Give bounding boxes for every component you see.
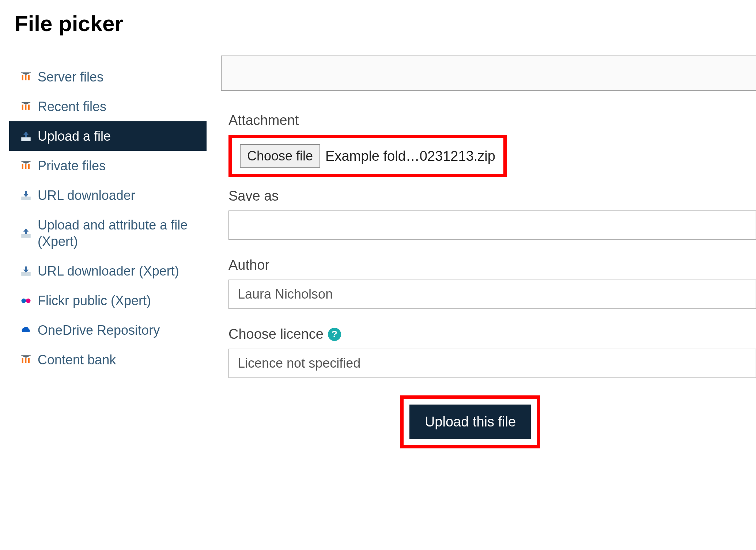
- sidebar-item-upload-attribute-xpert[interactable]: Upload and attribute a file (Xpert): [9, 210, 207, 256]
- sidebar-item-label: Flickr public (Xpert): [38, 292, 199, 309]
- sidebar-item-recent-files[interactable]: Recent files: [9, 92, 207, 121]
- help-icon[interactable]: ?: [328, 328, 341, 341]
- sidebar-item-label: URL downloader (Xpert): [38, 263, 199, 279]
- onedrive-icon: [19, 324, 33, 337]
- licence-label: Choose licence ?: [228, 326, 756, 342]
- save-as-label: Save as: [228, 188, 756, 204]
- sidebar-item-label: OneDrive Repository: [38, 322, 199, 338]
- sidebar-item-label: Upload a file: [38, 128, 199, 144]
- svg-point-1: [26, 298, 31, 303]
- dialog-title: File picker: [15, 11, 741, 36]
- author-input[interactable]: [228, 280, 756, 309]
- sidebar-item-label: URL downloader: [38, 187, 199, 204]
- flickr-icon: [19, 294, 33, 307]
- sidebar-item-flickr-xpert[interactable]: Flickr public (Xpert): [9, 286, 207, 315]
- sidebar-item-private-files[interactable]: Private files: [9, 151, 207, 181]
- author-label: Author: [228, 257, 756, 273]
- dialog-header: File picker: [0, 0, 756, 51]
- download-icon: [19, 265, 33, 278]
- upload-icon: [19, 227, 33, 240]
- upload-this-file-button[interactable]: Upload this file: [409, 405, 531, 439]
- toolbar-area: [221, 56, 756, 91]
- sidebar-item-url-downloader[interactable]: URL downloader: [9, 181, 207, 210]
- submit-highlight: Upload this file: [400, 395, 540, 448]
- attachment-label: Attachment: [228, 113, 756, 128]
- submit-row: Upload this file: [228, 395, 756, 448]
- moodle-icon: [19, 159, 33, 172]
- svg-point-0: [22, 298, 26, 303]
- sidebar-item-label: Server files: [38, 69, 199, 85]
- sidebar-item-onedrive[interactable]: OneDrive Repository: [9, 315, 207, 345]
- choose-file-button[interactable]: Choose file: [240, 144, 320, 168]
- main-panel: Attachment Choose file Example fold…0231…: [207, 51, 756, 448]
- download-icon: [19, 189, 33, 202]
- sidebar-item-upload-file[interactable]: Upload a file: [9, 121, 207, 151]
- save-as-input[interactable]: [228, 210, 756, 240]
- moodle-icon: [19, 100, 33, 113]
- sidebar-item-server-files[interactable]: Server files: [9, 62, 207, 92]
- licence-selected-value: Licence not specified: [238, 356, 360, 371]
- upload-form: Attachment Choose file Example fold…0231…: [221, 91, 756, 448]
- sidebar-item-content-bank[interactable]: Content bank: [9, 345, 207, 375]
- moodle-icon: [19, 353, 33, 367]
- sidebar-item-label: Private files: [38, 158, 199, 174]
- licence-label-text: Choose licence: [228, 326, 324, 342]
- chosen-filename: Example fold…0231213.zip: [325, 148, 495, 164]
- upload-icon: [19, 130, 33, 143]
- sidebar-item-label: Content bank: [38, 352, 199, 368]
- sidebar-item-label: Upload and attribute a file (Xpert): [38, 217, 199, 250]
- attachment-highlight: Choose file Example fold…0231213.zip: [228, 135, 507, 177]
- sidebar-item-label: Recent files: [38, 98, 199, 115]
- moodle-icon: [19, 71, 33, 84]
- licence-select[interactable]: Licence not specified: [228, 349, 756, 378]
- sidebar-item-url-downloader-xpert[interactable]: URL downloader (Xpert): [9, 256, 207, 286]
- dialog-body: Server files Recent files Upload a file …: [0, 51, 756, 448]
- repository-sidebar: Server files Recent files Upload a file …: [0, 51, 207, 448]
